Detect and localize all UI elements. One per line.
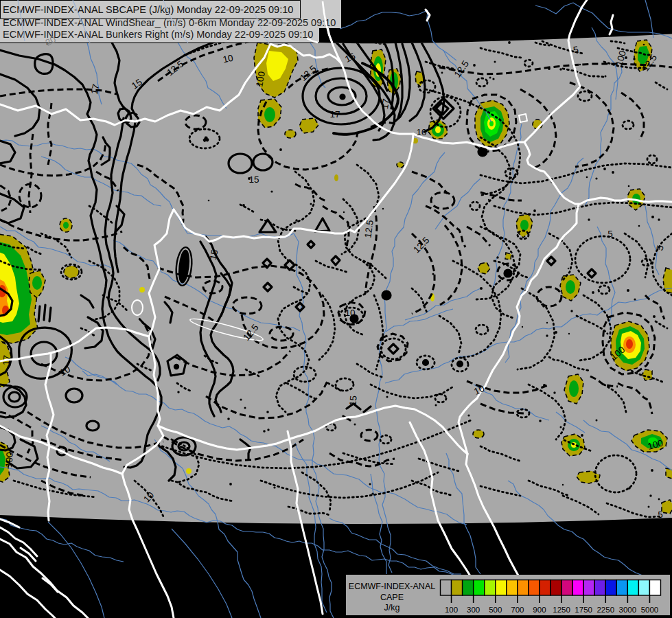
svg-text:ECMWF-INDEX-ANAL WindShear_ (m: ECMWF-INDEX-ANAL WindShear_ (m/s) 0-6km … — [3, 17, 336, 28]
svg-text:900: 900 — [533, 606, 546, 614]
svg-text:1750: 1750 — [575, 606, 592, 614]
svg-text:15: 15 — [347, 395, 358, 406]
svg-text:ECMWF-INDEX-ANAL SBCAPE (J/kg): ECMWF-INDEX-ANAL SBCAPE (J/kg) Monday 22… — [3, 4, 293, 15]
svg-text:15: 15 — [248, 174, 259, 185]
svg-text:J/kg: J/kg — [384, 603, 400, 613]
svg-text:500: 500 — [489, 606, 502, 614]
svg-text:700: 700 — [511, 606, 524, 614]
svg-text:CAPE: CAPE — [380, 593, 404, 602]
svg-text:10: 10 — [222, 53, 234, 65]
svg-text:10: 10 — [416, 127, 426, 137]
svg-text:17: 17 — [380, 98, 391, 110]
svg-text:15: 15 — [208, 249, 220, 261]
svg-text:10: 10 — [345, 308, 355, 318]
svg-text:100: 100 — [445, 606, 458, 614]
svg-text:5: 5 — [658, 510, 663, 520]
svg-text:100: 100 — [3, 452, 15, 468]
svg-text:ECMWF-INDEX-ANAL: ECMWF-INDEX-ANAL — [349, 582, 435, 591]
svg-text:5: 5 — [607, 229, 613, 239]
svg-text:17: 17 — [1, 354, 12, 365]
svg-text:300: 300 — [467, 606, 480, 614]
svg-text:5000: 5000 — [641, 606, 659, 614]
svg-text:17: 17 — [329, 109, 340, 119]
svg-text:3000: 3000 — [619, 606, 637, 614]
svg-text:17: 17 — [89, 83, 102, 95]
svg-text:2250: 2250 — [596, 606, 614, 614]
svg-text:1250: 1250 — [553, 606, 570, 614]
